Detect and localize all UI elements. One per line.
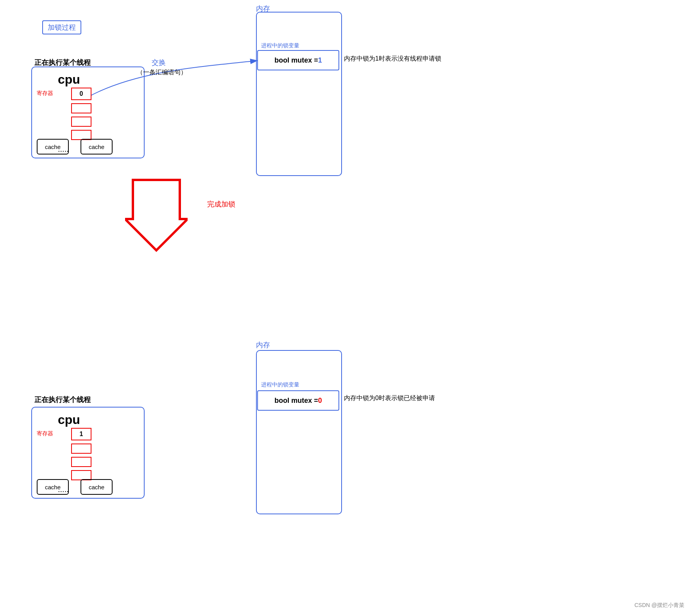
mutex-text-top: bool mutex = (274, 56, 318, 65)
register-value-top: 0 (80, 90, 83, 97)
memory-label-top: 内存 (256, 4, 270, 13)
watermark: CSDN @摆烂小青菜 (634, 602, 684, 609)
mutex-value-top: 1 (318, 56, 322, 65)
memory-note-bottom: 内存中锁为0时表示锁已经被申请 (344, 394, 435, 402)
reg-box-3-top (71, 117, 91, 127)
thread-label-bottom: 正在执行某个线程 (34, 395, 91, 404)
mutex-box-top: bool mutex = 1 (257, 50, 339, 70)
cache-box-right-bottom: cache (81, 479, 113, 495)
cpu-title-top: cpu (58, 72, 80, 87)
register-label-bottom: 寄存器 (37, 430, 53, 437)
register-label-top: 寄存器 (37, 90, 53, 97)
reg-box-2-bottom (71, 444, 91, 454)
register-box-bottom: 1 (71, 428, 91, 440)
complete-label: 完成加锁 (207, 199, 235, 209)
register-value-bottom: 1 (80, 431, 83, 438)
reg-box-2-top (71, 103, 91, 113)
process-lock-label-top: 进程中的锁变量 (261, 42, 299, 49)
process-lock-label-bottom: 进程中的锁变量 (261, 381, 299, 388)
mutex-box-bottom: bool mutex = 0 (257, 390, 339, 411)
cache-box-right-top: cache (81, 139, 113, 154)
thread-label-top: 正在执行某个线程 (34, 58, 91, 67)
memory-box-bottom (256, 350, 342, 514)
memory-box-top (256, 12, 342, 176)
lock-label: 加锁过程 (42, 20, 81, 34)
memory-label-bottom: 内存 (256, 340, 270, 350)
reg-box-3-bottom (71, 457, 91, 467)
mutex-text-bottom: bool mutex = (274, 397, 318, 405)
svg-marker-3 (125, 180, 188, 250)
memory-note-top: 内存中锁为1时表示没有线程申请锁 (344, 55, 441, 63)
register-box-top: 0 (71, 88, 91, 100)
cpu-title-bottom: cpu (58, 413, 80, 427)
exchange-sub-label: （一条汇编语句） (137, 68, 187, 77)
exchange-label: 交换 (152, 58, 166, 67)
mutex-value-bottom: 0 (318, 397, 322, 405)
dots-bottom: ..... (58, 485, 69, 494)
dots-top: ..... (58, 145, 69, 154)
